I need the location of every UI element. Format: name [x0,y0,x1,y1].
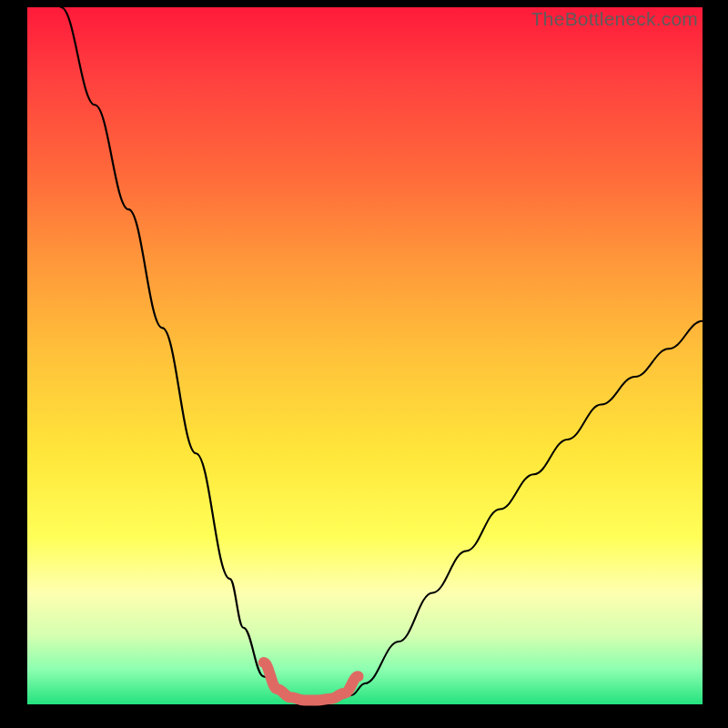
curve-overlay [0,0,728,728]
curve-group [61,7,703,700]
right-bottleneck-curve [324,321,703,701]
valley-highlight [264,662,359,700]
left-bottleneck-curve [61,7,311,700]
